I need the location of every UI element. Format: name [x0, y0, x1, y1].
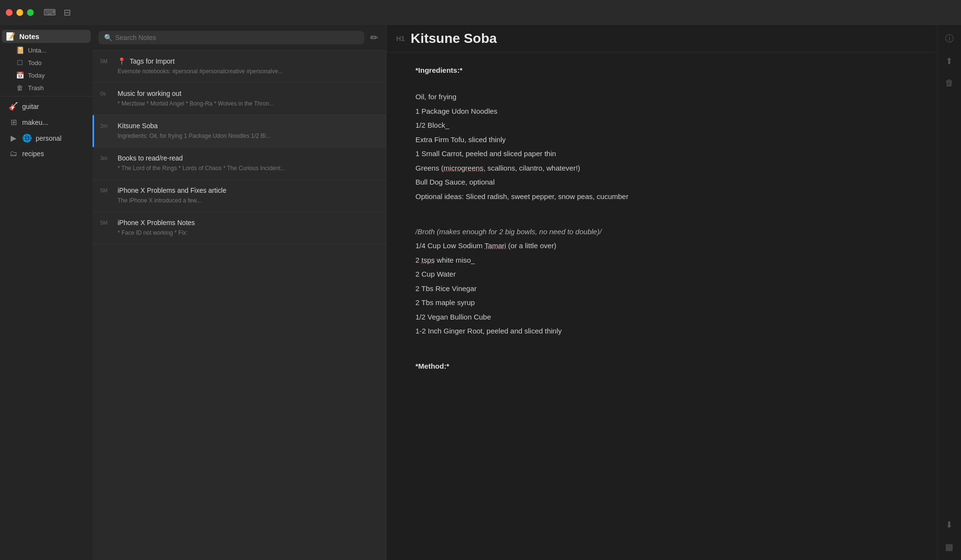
sidebar-divider	[0, 96, 93, 96]
note-item-header: 5M iPhone X Problems and Fixes article	[100, 187, 378, 194]
content-line-4: Extra Firm Tofu, sliced thinly	[415, 133, 908, 146]
note-time: 5M	[100, 220, 114, 226]
content-broth-1: 1/4 Cup Low Sodium Tamari (or a little o…	[415, 240, 908, 252]
chevron-right-icon: ▶	[9, 133, 18, 143]
note-preview: * The Lord of the Rings * Lords of Chaos…	[100, 164, 378, 173]
content-broth-2: 2 tsps white miso_	[415, 254, 908, 267]
notes-icon: 📝	[6, 32, 15, 41]
notebook-icon: 📔	[15, 46, 24, 54]
sidebar-item-today[interactable]: 📅 Today	[0, 69, 93, 81]
table-icon[interactable]: ▦	[945, 542, 953, 552]
notes-list: 5M 📍 Tags for Import Evernote notebooks:…	[93, 51, 386, 560]
note-preview: Ingredients: Oil, for frying 1 Package U…	[100, 132, 378, 140]
close-button[interactable]	[6, 9, 13, 16]
note-preview: Evernote notebooks: #personal #personalc…	[100, 67, 378, 76]
share-icon[interactable]: ⬆	[946, 56, 953, 67]
editor-content[interactable]: *Ingredients:* Oil, for frying 1 Package…	[387, 53, 937, 560]
note-preview: * Merzbow * Morbid Angel * Bong-Ra * Wol…	[100, 99, 378, 108]
microgreens-text: microgreens	[443, 164, 483, 172]
note-item-header: 5M 📍 Tags for Import	[100, 57, 378, 65]
note-item-books[interactable]: 3m Books to read/re-read * The Lord of t…	[93, 147, 386, 180]
sidebar-item-label-makeup: makeu...	[22, 119, 48, 126]
main-container: 📝 Notes 📔 Unta... ☐ Todo 📅 Today 🗑 Trash…	[0, 25, 961, 560]
sidebar-item-label-untitled: Unta...	[28, 47, 46, 54]
note-item-iphone-notes[interactable]: 5M iPhone X Problems Notes * Face ID not…	[93, 212, 386, 244]
sidebar-item-recipes[interactable]: 🗂 recipes	[3, 147, 90, 161]
guitar-icon: 🎸	[9, 102, 18, 111]
note-title: iPhone X Problems and Fixes article	[118, 187, 227, 194]
content-method-heading: *Method:*	[415, 360, 908, 373]
maximize-button[interactable]	[27, 9, 34, 16]
tsps-text: tsps	[422, 256, 435, 264]
note-title: iPhone X Problems Notes	[118, 219, 195, 227]
content-line-1: Oil, for frying	[415, 91, 908, 103]
note-item-music-workout[interactable]: 0s Music for working out * Merzbow * Mor…	[93, 83, 386, 115]
traffic-lights	[6, 9, 34, 16]
note-time: 3m	[100, 155, 114, 161]
editor-area: H1 Kitsune Soba *Ingredients:* Oil, for …	[387, 25, 937, 560]
note-time: 5M	[100, 58, 114, 64]
search-icon: 🔍	[104, 34, 112, 41]
search-bar-row: 🔍 ✏	[93, 25, 386, 51]
content-broth-6: 1/2 Vegan Bullion Cube	[415, 311, 908, 323]
note-item-header: 2m Kitsune Soba	[100, 122, 378, 130]
search-input[interactable]	[115, 34, 359, 41]
arrow-down-icon[interactable]: ⬇	[946, 520, 953, 530]
content-line-2: 1 Package Udon Noodles	[415, 105, 908, 118]
note-time: 0s	[100, 91, 114, 96]
note-preview: * Face ID not working * Fix:	[100, 228, 378, 237]
checkbox-icon: ☐	[15, 59, 24, 67]
content-line-3: 1/2 Block_	[415, 119, 908, 132]
sidebar-item-todo[interactable]: ☐ Todo	[0, 56, 93, 69]
sidebar-item-guitar[interactable]: 🎸 guitar	[3, 99, 90, 114]
trash-right-icon[interactable]: 🗑	[945, 78, 954, 88]
pin-icon: 📍	[118, 57, 126, 65]
code-icon[interactable]: ⌨	[43, 7, 56, 18]
note-item-tags-import[interactable]: 5M 📍 Tags for Import Evernote notebooks:…	[93, 51, 386, 83]
note-item-kitsune-soba[interactable]: 2m Kitsune Soba Ingredients: Oil, for fr…	[93, 115, 386, 147]
search-input-wrapper[interactable]: 🔍	[98, 31, 364, 44]
sliders-icon[interactable]: ⊟	[64, 7, 71, 18]
info-icon[interactable]: ⓘ	[945, 33, 954, 44]
right-sidebar: ⓘ ⬆ 🗑 ⬇ ▦	[937, 25, 961, 560]
new-note-button[interactable]: ✏	[368, 30, 380, 45]
sidebar-item-label-guitar: guitar	[22, 103, 39, 110]
sidebar: 📝 Notes 📔 Unta... ☐ Todo 📅 Today 🗑 Trash…	[0, 25, 93, 560]
content-line-7: Bull Dog Sauce, optional	[415, 176, 908, 188]
h1-label: H1	[396, 35, 405, 42]
content-broth-5: 2 Tbs maple syrup	[415, 296, 908, 309]
content-broth-4: 2 Tbs Rice Vinegar	[415, 282, 908, 295]
minimize-button[interactable]	[16, 9, 23, 16]
grid-icon: ⊞	[9, 118, 18, 127]
note-title: Tags for Import	[130, 57, 174, 65]
note-title: Books to read/re-read	[118, 154, 183, 162]
note-item-header: 5M iPhone X Problems Notes	[100, 219, 378, 227]
calendar-icon: 📅	[15, 71, 24, 79]
content-broth-heading: /Broth (makes enough for 2 big bowls, no…	[415, 226, 908, 238]
folder-icon: 🗂	[9, 149, 18, 158]
content-line-5: 1 Small Carrot, peeled and sliced paper …	[415, 147, 908, 160]
sidebar-item-untitled[interactable]: 📔 Unta...	[0, 44, 93, 56]
titlebar: ⌨ ⊟	[0, 0, 961, 25]
content-line-8: Optional ideas: Sliced radish, sweet pep…	[415, 190, 908, 203]
note-item-header: 0s Music for working out	[100, 90, 378, 97]
notes-panel: 🔍 ✏ 5M 📍 Tags for Import Evernote notebo…	[93, 25, 387, 560]
note-time: 2m	[100, 123, 114, 129]
editor-header: H1 Kitsune Soba	[387, 25, 937, 53]
note-title: Kitsune Soba	[118, 122, 158, 130]
sidebar-item-label-today: Today	[28, 72, 45, 79]
sidebar-item-trash[interactable]: 🗑 Trash	[0, 81, 93, 94]
sidebar-item-makeup[interactable]: ⊞ makeu...	[3, 115, 90, 130]
tamari-text: Tamari	[484, 241, 506, 250]
broth-label: /Broth (makes enough for 2 big bowls, no…	[415, 227, 601, 236]
content-broth-3: 2 Cup Water	[415, 268, 908, 280]
editor-title[interactable]: Kitsune Soba	[411, 31, 497, 46]
note-item-header: 3m Books to read/re-read	[100, 154, 378, 162]
sidebar-item-label-recipes: recipes	[22, 150, 44, 158]
sidebar-item-personal[interactable]: ▶ 🌐 personal	[3, 131, 90, 146]
sidebar-notes-header[interactable]: 📝 Notes	[2, 30, 91, 43]
ingredients-label: *Ingredients:*	[415, 66, 463, 74]
method-label: *Method:*	[415, 362, 449, 370]
note-item-iphone-problems[interactable]: 5M iPhone X Problems and Fixes article T…	[93, 180, 386, 212]
note-time: 5M	[100, 187, 114, 193]
